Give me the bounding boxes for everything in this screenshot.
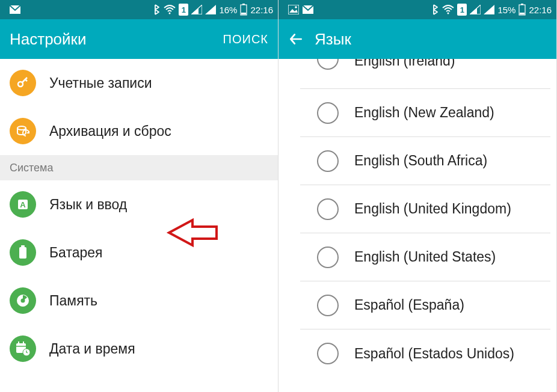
settings-list: Учетные записи Архивация и сброс Система… <box>0 59 278 392</box>
settings-item-label: Дата и время <box>49 341 135 357</box>
svg-rect-23 <box>521 4 523 5</box>
signal-icon-1 <box>191 5 202 14</box>
svg-rect-18 <box>288 5 299 14</box>
signal-icon-2 <box>205 5 216 14</box>
settings-item-label: Учетные записи <box>49 75 152 91</box>
battery-settings-icon <box>10 239 36 266</box>
appbar-settings: Настройки ПОИСК <box>0 19 278 59</box>
svg-rect-4 <box>241 13 246 14</box>
bluetooth-icon <box>432 4 439 15</box>
settings-item-battery[interactable]: Батарея <box>0 228 278 277</box>
radio-icon <box>317 102 339 124</box>
svg-rect-24 <box>520 13 525 14</box>
svg-point-21 <box>448 13 449 14</box>
radio-icon <box>317 343 339 364</box>
language-label: English (United States) <box>354 249 496 265</box>
language-option[interactable]: English (Ireland) <box>300 59 550 89</box>
appbar-language: Язык <box>278 19 556 59</box>
backup-reset-icon <box>10 118 36 144</box>
language-option[interactable]: English (United States) <box>300 233 550 281</box>
battery-icon <box>519 4 526 16</box>
language-option[interactable]: Español (Estados Unidos) <box>300 329 550 378</box>
radio-icon <box>317 59 339 70</box>
language-label: English (Ireland) <box>354 59 455 69</box>
bluetooth-icon <box>153 4 161 15</box>
settings-item-language-input[interactable]: A Язык и ввод <box>0 180 278 228</box>
signal-icon-2 <box>484 5 494 14</box>
page-title: Язык <box>315 30 351 49</box>
language-label: Español (España) <box>354 297 464 313</box>
svg-rect-3 <box>242 4 245 5</box>
calendar-clock-icon <box>10 335 36 362</box>
settings-item-label: Память <box>49 293 97 309</box>
settings-item-accounts[interactable]: Учетные записи <box>0 59 278 107</box>
svg-text:A: A <box>20 200 26 209</box>
svg-point-19 <box>295 6 297 8</box>
sim-icon: 1 <box>457 4 467 16</box>
statusbar-right: 1 15% 22:16 <box>278 0 556 19</box>
radio-icon <box>317 295 339 316</box>
key-icon <box>10 70 36 96</box>
language-icon: A <box>10 191 36 218</box>
language-option[interactable]: English (United Kingdom) <box>300 185 550 233</box>
svg-point-6 <box>17 126 26 130</box>
battery-icon <box>240 4 247 16</box>
section-header-system: Система <box>0 155 278 180</box>
battery-pct: 15% <box>497 5 515 15</box>
svg-rect-10 <box>21 245 25 247</box>
page-title: Настройки <box>10 30 87 49</box>
signal-icon-1 <box>470 5 481 14</box>
language-label: English (United Kingdom) <box>354 201 511 217</box>
language-option[interactable]: Español (España) <box>300 281 550 329</box>
language-list[interactable]: English (Ireland) English (New Zealand) … <box>278 59 556 392</box>
settings-item-backup[interactable]: Архивация и сброс <box>0 107 278 155</box>
language-label: English (South Africa) <box>354 153 487 169</box>
back-button[interactable] <box>288 31 304 47</box>
settings-item-label: Язык и ввод <box>49 197 127 213</box>
gmail-icon <box>303 5 313 14</box>
radio-icon <box>317 247 339 268</box>
svg-rect-15 <box>18 341 19 345</box>
picture-icon <box>288 5 299 14</box>
svg-rect-9 <box>19 247 26 259</box>
svg-rect-16 <box>23 341 24 345</box>
wifi-icon <box>442 5 454 14</box>
language-option[interactable]: English (New Zealand) <box>300 89 550 137</box>
svg-point-5 <box>18 82 23 87</box>
battery-pct: 16% <box>219 5 237 15</box>
search-button[interactable]: ПОИСК <box>223 32 268 46</box>
language-option[interactable]: English (South Africa) <box>300 137 550 185</box>
language-label: Español (Estados Unidos) <box>354 346 514 362</box>
radio-icon <box>317 198 339 220</box>
svg-point-12 <box>21 299 25 303</box>
settings-item-label: Архивация и сброс <box>49 123 171 139</box>
storage-icon <box>10 287 36 314</box>
clock-time: 22:16 <box>529 5 552 15</box>
wifi-icon <box>164 5 176 14</box>
clock-time: 22:16 <box>250 5 273 15</box>
settings-screen: 1 16% 22:16 Настройки ПОИСК Учетные запи… <box>0 0 278 392</box>
statusbar-left: 1 16% 22:16 <box>0 0 278 19</box>
settings-item-label: Батарея <box>49 245 103 261</box>
language-label: English (New Zealand) <box>354 105 494 121</box>
settings-item-datetime[interactable]: Дата и время <box>0 325 278 373</box>
sim-icon: 1 <box>179 4 188 16</box>
settings-item-storage[interactable]: Память <box>0 277 278 325</box>
svg-point-1 <box>169 13 171 14</box>
language-screen: 1 15% 22:16 Язык English (Ireland) <box>278 0 557 392</box>
radio-icon <box>317 150 339 172</box>
gmail-icon <box>10 5 20 14</box>
